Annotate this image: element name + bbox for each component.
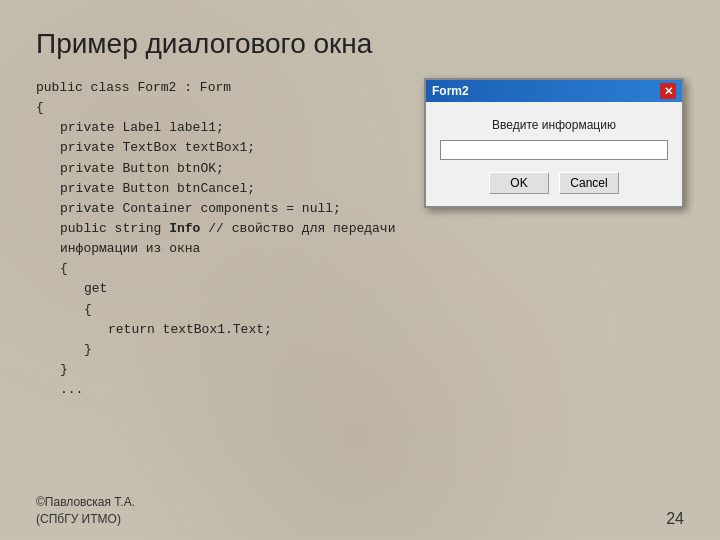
code-line-8-pre: public string bbox=[60, 221, 169, 236]
dialog-titlebar: Form2 ✕ bbox=[426, 80, 682, 102]
code-line-12: return textBox1.Text; bbox=[36, 320, 404, 340]
footer: ©Павловская Т.А. (СПбГУ ИТМО) bbox=[36, 494, 135, 528]
dialog-input-display bbox=[440, 140, 668, 160]
dialog-window: Form2 ✕ Введите информацию OK Cancel bbox=[424, 78, 684, 208]
slide-title: Пример диалогового окна bbox=[36, 28, 684, 60]
code-line-2: { bbox=[36, 98, 404, 118]
code-block: public class Form2 : Form { private Labe… bbox=[36, 78, 404, 400]
slide-container: Пример диалогового окна public class For… bbox=[0, 0, 720, 540]
code-line-10: get bbox=[36, 279, 404, 299]
code-line-8: public string Info // свойство для перед… bbox=[36, 219, 404, 259]
dialog-buttons: OK Cancel bbox=[440, 172, 668, 194]
footer-line2: (СПбГУ ИТМО) bbox=[36, 511, 135, 528]
code-line-5: private Button btnOK; bbox=[36, 159, 404, 179]
footer-line1: ©Павловская Т.А. bbox=[36, 494, 135, 511]
dialog-ok-button[interactable]: OK bbox=[489, 172, 549, 194]
code-line-1: public class Form2 : Form bbox=[36, 78, 404, 98]
dialog-title: Form2 bbox=[432, 84, 469, 98]
code-line-4: private TextBox textBox1; bbox=[36, 138, 404, 158]
slide-number: 24 bbox=[666, 510, 684, 528]
code-line-14: } bbox=[36, 360, 404, 380]
dialog-label: Введите информацию bbox=[440, 118, 668, 132]
code-line-6: private Button btnCancel; bbox=[36, 179, 404, 199]
code-line-11: { bbox=[36, 300, 404, 320]
code-line-8-bold: Info bbox=[169, 221, 200, 236]
code-line-13: } bbox=[36, 340, 404, 360]
content-area: public class Form2 : Form { private Labe… bbox=[36, 78, 684, 400]
code-line-9: { bbox=[36, 259, 404, 279]
dialog-cancel-button[interactable]: Cancel bbox=[559, 172, 619, 194]
code-line-3: private Label label1; bbox=[36, 118, 404, 138]
code-line-15: ... bbox=[36, 380, 404, 400]
code-line-7: private Container components = null; bbox=[36, 199, 404, 219]
dialog-body: Введите информацию OK Cancel bbox=[426, 102, 682, 206]
dialog-close-button[interactable]: ✕ bbox=[660, 83, 676, 99]
